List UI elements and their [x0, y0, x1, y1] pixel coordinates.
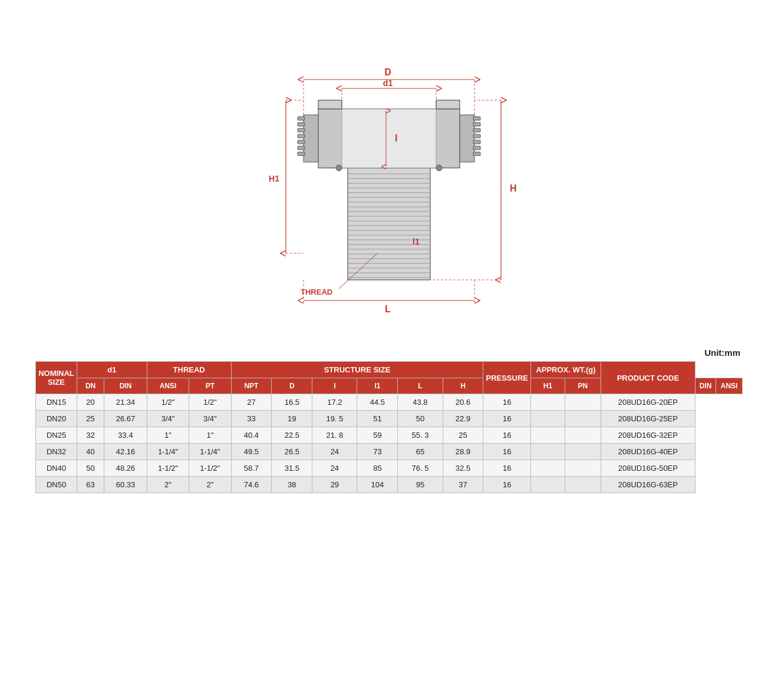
table-cell: 32 — [77, 427, 104, 444]
table-row: DN405048.261-1/2"1-1/2"58.731.5248576. 5… — [36, 460, 743, 477]
svg-rect-43 — [342, 109, 436, 168]
table-cell: 38 — [272, 477, 312, 493]
table-cell: 16 — [483, 460, 531, 477]
specification-table: NOMINAL SIZE d1 THREAD STRUCTURE SIZE PR… — [35, 361, 743, 493]
svg-text:H: H — [510, 183, 517, 193]
table-cell: 19 — [272, 411, 312, 427]
table-cell: 17.2 — [312, 394, 357, 411]
diagram-section: D d1 I H1 H l1 THREAD — [35, 24, 743, 330]
table-cell: 33 — [231, 411, 272, 427]
header-thread: THREAD — [147, 362, 231, 378]
table-cell — [531, 427, 565, 444]
table-cell — [565, 411, 601, 427]
table-cell: 1" — [147, 427, 189, 444]
table-cell: 28.9 — [443, 444, 483, 460]
table-cell: DN25 — [36, 427, 77, 444]
technical-drawing: D d1 I H1 H l1 THREAD — [183, 24, 595, 330]
table-cell — [531, 477, 565, 493]
table-cell: 26.67 — [104, 411, 147, 427]
table-cell: 25 — [443, 427, 483, 444]
table-cell: 1-1/4" — [147, 444, 189, 460]
svg-text:L: L — [385, 304, 391, 314]
table-cell: 33.4 — [104, 427, 147, 444]
table-cell: 16 — [483, 411, 531, 427]
header-I1: I1 — [357, 378, 398, 394]
svg-text:I: I — [395, 133, 397, 143]
table-cell: 65 — [398, 444, 443, 460]
table-cell: 43.8 — [398, 394, 443, 411]
table-cell — [531, 460, 565, 477]
table-cell: 2" — [189, 477, 231, 493]
header-D: D — [272, 378, 312, 394]
svg-rect-6 — [298, 128, 305, 132]
table-cell: 48.26 — [104, 460, 147, 477]
table-cell: 73 — [357, 444, 398, 460]
header-structure-size: STRUCTURE SIZE — [231, 362, 483, 378]
header-approx-wt: APPROX. WT.(g) — [531, 362, 601, 378]
unit-label: Unit:mm — [35, 348, 743, 358]
header-npt: NPT — [231, 378, 272, 394]
table-cell: 16 — [483, 444, 531, 460]
header-nominal-size: NOMINAL SIZE — [36, 362, 77, 394]
svg-rect-18 — [473, 152, 480, 156]
table-cell: 208UD16G-63EP — [601, 477, 695, 493]
table-cell — [531, 411, 565, 427]
table-cell: 208UD16G-50EP — [601, 460, 695, 477]
table-cell: 208UD16G-20EP — [601, 394, 695, 411]
svg-rect-7 — [298, 134, 305, 138]
table-cell: DN20 — [36, 411, 77, 427]
svg-rect-19 — [348, 168, 430, 280]
table-cell — [565, 460, 601, 477]
table-cell: 1-1/2" — [147, 460, 189, 477]
table-cell: DN50 — [36, 477, 77, 493]
table-cell: 1-1/4" — [189, 444, 231, 460]
table-cell: 49.5 — [231, 444, 272, 460]
svg-rect-3 — [304, 115, 318, 162]
table-cell: 20.6 — [443, 394, 483, 411]
header-H: H — [443, 378, 483, 394]
svg-point-45 — [436, 165, 442, 171]
table-cell: 59 — [357, 427, 398, 444]
table-row: DN324042.161-1/4"1-1/4"49.526.524736528.… — [36, 444, 743, 460]
table-cell: 40 — [77, 444, 104, 460]
svg-rect-8 — [298, 140, 305, 144]
table-cell: 16 — [483, 394, 531, 411]
header-d1: d1 — [77, 362, 147, 378]
svg-rect-14 — [473, 128, 480, 132]
table-cell: 40.4 — [231, 427, 272, 444]
table-cell: 32.5 — [443, 460, 483, 477]
table-cell: 95 — [398, 477, 443, 493]
header-pt: PT — [189, 378, 231, 394]
table-cell: 208UD16G-40EP — [601, 444, 695, 460]
svg-text:THREAD: THREAD — [301, 288, 332, 296]
svg-text:l1: l1 — [413, 237, 420, 246]
table-cell: 22.5 — [272, 427, 312, 444]
svg-text:H1: H1 — [269, 174, 279, 183]
table-cell — [565, 427, 601, 444]
svg-rect-9 — [298, 146, 305, 150]
svg-rect-15 — [473, 134, 480, 138]
table-cell: 3/4" — [147, 411, 189, 427]
table-cell: 58.7 — [231, 460, 272, 477]
header-ansi-d1: ANSI — [147, 378, 189, 394]
table-cell: 1" — [189, 427, 231, 444]
table-cell: 51 — [357, 411, 398, 427]
table-cell: 16 — [483, 477, 531, 493]
table-cell: 27 — [231, 394, 272, 411]
svg-rect-0 — [318, 100, 342, 109]
svg-text:D: D — [384, 67, 391, 77]
header-dn: DN — [77, 378, 104, 394]
header-din-approx: DIN — [695, 378, 716, 394]
table-cell: 31.5 — [272, 460, 312, 477]
table-cell: 16 — [483, 427, 531, 444]
table-cell: 22.9 — [443, 411, 483, 427]
table-cell: DN32 — [36, 444, 77, 460]
table-cell: 44.5 — [357, 394, 398, 411]
table-cell: 208UD16G-25EP — [601, 411, 695, 427]
table-cell: 63 — [77, 477, 104, 493]
table-cell — [565, 394, 601, 411]
table-cell: 24 — [312, 460, 357, 477]
table-cell — [565, 444, 601, 460]
header-H1: H1 — [531, 378, 565, 394]
table-cell: 74.6 — [231, 477, 272, 493]
